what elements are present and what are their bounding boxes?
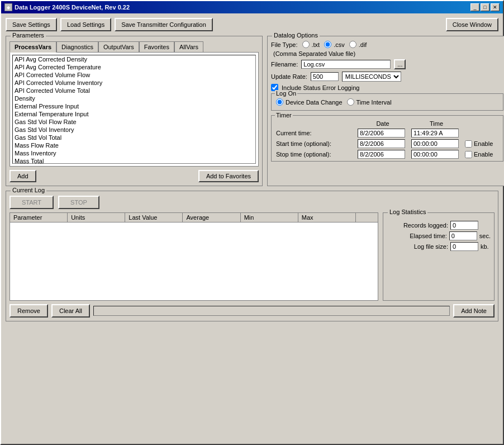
log-on-time[interactable]: Time Interval — [347, 98, 392, 106]
file-type-row: File Type: .txt .csv .dif — [271, 41, 503, 48]
list-item[interactable]: Mass Inventory — [13, 149, 255, 157]
log-table-container: Parameter Units Last Value Average Min M… — [9, 212, 378, 301]
tab-favorites[interactable]: Favorites — [139, 41, 174, 53]
list-item[interactable]: API Avg Corrected Temperature — [13, 63, 255, 71]
col-parameter: Parameter — [10, 213, 68, 222]
list-item[interactable]: Gas Std Vol Inventory — [13, 126, 255, 134]
list-item[interactable]: Gas Std Vol Flow Rate — [13, 118, 255, 126]
list-item[interactable]: External Pressure Input — [13, 102, 255, 110]
list-item[interactable]: API Corrected Volume Total — [13, 87, 255, 94]
elapsed-unit: sec. — [479, 233, 491, 239]
save-settings-button[interactable]: Save Settings — [6, 18, 57, 31]
current-log-group: Current Log START STOP Parameter Units L… — [6, 191, 498, 321]
col-spacer — [356, 213, 378, 222]
log-on-device-input[interactable] — [276, 98, 283, 106]
list-item[interactable]: API Corrected Volume Flow — [13, 71, 255, 79]
list-item[interactable]: Mass Flow Rate — [13, 141, 255, 149]
filesize-unit: kb. — [481, 243, 489, 250]
start-date-input[interactable] — [358, 139, 405, 148]
title-bar-left: ◆ Data Logger 2400S DeviceNet, Rev 0.22 — [4, 3, 130, 11]
current-time-label: Current time: — [276, 130, 354, 136]
radio-txt[interactable]: .txt — [302, 41, 320, 48]
filename-label: Filename: — [271, 61, 298, 68]
file-type-label: File Type: — [271, 41, 298, 48]
parameters-group: Parameters ProcessVars Diagnostics Outpu… — [6, 36, 263, 186]
list-item[interactable]: Density — [13, 94, 255, 102]
elapsed-time-input[interactable] — [449, 231, 477, 240]
log-table-area: Parameter Units Last Value Average Min M… — [9, 212, 495, 301]
radio-dif[interactable]: .dif — [349, 41, 367, 48]
list-item[interactable]: API Avg Corrected Density — [13, 55, 255, 63]
list-item[interactable]: API Corrected Volume Inventory — [13, 79, 255, 87]
radio-csv-label: .csv — [334, 41, 345, 48]
radio-txt-input[interactable] — [302, 41, 310, 48]
main-row: Parameters ProcessVars Diagnostics Outpu… — [6, 36, 498, 186]
list-item[interactable]: External Temperature Input — [13, 110, 255, 118]
log-on-time-label: Time Interval — [356, 99, 392, 106]
stop-button[interactable]: STOP — [58, 196, 99, 209]
clear-all-button[interactable]: Clear All — [51, 304, 90, 318]
datalog-group: Datalog Options File Type: .txt .csv .di… — [267, 36, 504, 186]
filename-input[interactable] — [301, 60, 391, 69]
list-item[interactable]: Mass Total — [13, 157, 255, 164]
main-window: ◆ Data Logger 2400S DeviceNet, Rev 0.22 … — [0, 0, 504, 445]
add-note-button[interactable]: Add Note — [453, 304, 495, 318]
date-header: Date — [358, 120, 408, 127]
stop-time-input[interactable] — [411, 150, 459, 159]
start-time-label: Start time (optional): — [276, 140, 354, 147]
add-button[interactable]: Add — [9, 170, 36, 182]
log-on-device[interactable]: Device Data Change — [276, 98, 343, 106]
filename-browse-button[interactable]: ... — [394, 59, 406, 69]
note-input[interactable] — [93, 306, 450, 316]
radio-dif-input[interactable] — [349, 41, 356, 48]
load-settings-button[interactable]: Load Settings — [60, 18, 111, 31]
app-icon: ◆ — [4, 3, 12, 11]
list-item[interactable]: Gas Std Vol Total — [13, 134, 255, 141]
col-max: Max — [298, 213, 356, 222]
start-button[interactable]: START — [9, 196, 54, 209]
stop-date-input[interactable] — [358, 150, 405, 159]
update-rate-select[interactable]: MILLISECONDS SECONDS MINUTES — [342, 72, 401, 82]
log-stats-content: Records logged: Elapsed time: sec. Log f… — [387, 221, 491, 251]
parameter-listbox[interactable]: API Avg Corrected Density API Avg Correc… — [12, 55, 256, 164]
log-on-device-label: Device Data Change — [286, 99, 343, 106]
radio-csv-input[interactable] — [324, 41, 331, 48]
start-enable-text: Enable — [474, 140, 493, 147]
title-buttons: _ □ ✕ — [470, 3, 500, 11]
start-time-input[interactable] — [411, 139, 459, 148]
close-window-button[interactable]: Close Window — [446, 18, 498, 31]
current-date-input[interactable] — [358, 129, 405, 138]
elapsed-time-row: Elapsed time: sec. — [387, 231, 491, 240]
log-table-header: Parameter Units Last Value Average Min M… — [9, 212, 378, 222]
stop-enable-text: Enable — [474, 151, 493, 158]
tab-processvars[interactable]: ProcessVars — [9, 41, 56, 53]
tab-diagnostics[interactable]: Diagnostics — [56, 41, 98, 53]
datalog-label: Datalog Options — [272, 32, 320, 39]
minimize-button[interactable]: _ — [470, 3, 479, 11]
window-close-button[interactable]: ✕ — [491, 3, 500, 11]
stop-enable-checkbox[interactable] — [465, 151, 472, 158]
start-enable-label[interactable]: Enable — [465, 140, 498, 148]
radio-csv[interactable]: .csv — [324, 41, 345, 48]
remove-button[interactable]: Remove — [9, 304, 48, 318]
save-transmitter-button[interactable]: Save Transmitter Configuration — [115, 18, 213, 31]
records-logged-input[interactable] — [450, 221, 478, 230]
log-stats-label: Log Statistics — [388, 209, 427, 215]
col-min: Min — [241, 213, 298, 222]
log-on-options: Device Data Change Time Interval — [276, 98, 498, 106]
include-status-row: Include Status Error Logging — [271, 84, 503, 91]
stop-enable-label[interactable]: Enable — [465, 151, 498, 158]
col-average: Average — [183, 213, 240, 222]
tab-allvars[interactable]: AllVars — [174, 41, 203, 53]
tab-bar: ProcessVars Diagnostics OutputVars Favor… — [9, 41, 259, 52]
filesize-input[interactable] — [450, 242, 478, 251]
update-rate-input[interactable] — [311, 72, 339, 81]
add-to-favorites-button[interactable]: Add to Favorites — [198, 170, 259, 182]
maximize-button[interactable]: □ — [481, 3, 489, 11]
tab-outputvars[interactable]: OutputVars — [98, 41, 139, 53]
filename-row: Filename: ... — [271, 59, 503, 69]
log-controls: START STOP — [9, 196, 495, 209]
log-on-time-input[interactable] — [347, 98, 354, 106]
start-enable-checkbox[interactable] — [465, 140, 472, 148]
current-time-input[interactable] — [411, 129, 459, 138]
